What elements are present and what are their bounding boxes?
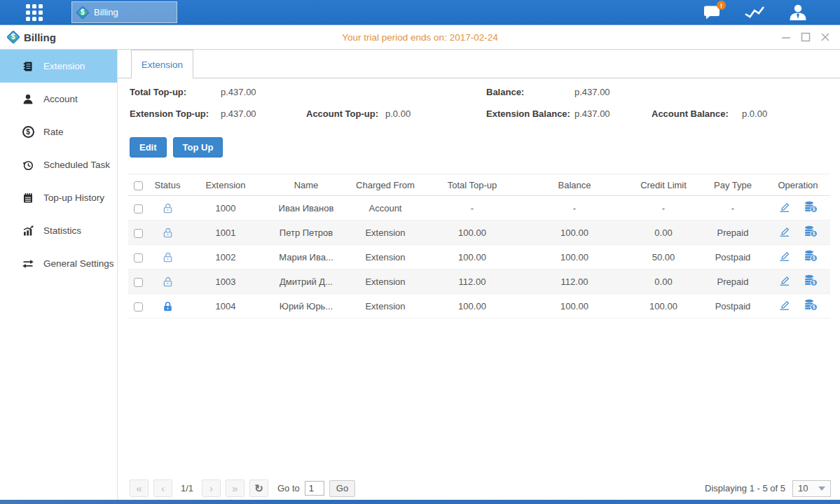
account-balance-value: p.0.00 [742,108,767,118]
trial-notice: Your trial period ends on: 2017-02-24 [0,32,840,43]
svg-text:$: $ [813,304,815,310]
sidebar-item-label: Scheduled Task [43,160,110,170]
transfer-arrows-icon [21,258,35,270]
sidebar-item-extension[interactable]: Extension [0,50,117,83]
cell-balance: 100.00 [522,245,627,270]
select-all-checkbox[interactable] [134,181,143,190]
cell-charged-from: Extension [348,220,422,245]
window-title: Billing [24,31,56,43]
cell-credit-limit: - [627,196,700,220]
sidebar-item-label: Account [43,94,78,104]
cell-total-topup: - [422,196,522,220]
cell-extension: 1002 [187,245,264,270]
top-up-coins-icon[interactable]: $ [799,250,822,264]
table-row[interactable]: 1004 Юрий Юрь... Extension 100.00 100.00… [128,294,830,318]
row-checkbox[interactable] [134,278,143,287]
cell-pay-type: Prepaid [700,270,766,294]
top-up-coins-icon[interactable]: $ [799,201,822,215]
sidebar: Extension Account Rate [0,50,118,500]
app-grid-icon[interactable] [26,4,43,21]
go-button[interactable]: Go [329,480,355,497]
activity-chart-icon[interactable] [744,5,765,20]
col-credit-limit: Credit Limit [627,174,700,196]
sidebar-item-topup-history[interactable]: Top-up History [0,181,117,214]
cell-charged-from: Extension [348,294,422,318]
messages-icon[interactable] [703,5,721,20]
edit-pencil-icon[interactable] [773,251,796,264]
row-checkbox[interactable] [134,253,143,262]
summary-row-1: Total Top-up: p.437.00 Balance: p.437.00 [118,80,840,102]
cell-total-topup: 100.00 [422,245,522,270]
history-clock-icon [21,159,35,172]
sidebar-item-label: General Settings [43,258,114,269]
main-content: Extension Total Top-up: p.437.00 Balance… [118,50,840,500]
col-status: Status [148,174,187,196]
goto-page-input[interactable] [305,481,324,496]
table-row[interactable]: 1002 Мария Ива... Extension 100.00 100.0… [128,245,830,270]
edit-pencil-icon[interactable] [773,275,796,288]
tab-bar: Extension [118,50,840,78]
table-row[interactable]: 1001 Петр Петров Extension 100.00 100.00… [128,220,830,245]
extension-topup-value: p.437.00 [221,108,256,118]
sidebar-item-general-settings[interactable]: General Settings [0,247,117,280]
sidebar-item-statistics[interactable]: Statistics [0,214,117,247]
summary-row-2: Extension Top-up: p.437.00 Account Top-u… [118,102,840,124]
sidebar-item-scheduled-task[interactable]: Scheduled Task [0,148,117,181]
cell-total-topup: 100.00 [422,220,522,245]
extensions-table: Status Extension Name Charged From Total… [128,174,830,318]
edit-pencil-icon[interactable] [773,202,796,215]
row-checkbox[interactable] [134,302,143,312]
desktop-edge-strip [0,500,840,504]
ledger-icon [21,60,35,73]
displaying-count: Displaying 1 - 5 of 5 [705,483,785,493]
col-operation: Operation [766,174,830,196]
tab-extension[interactable]: Extension [131,50,193,78]
page-indicator: 1/1 [177,483,197,493]
cell-name: Мария Ива... [264,245,348,270]
user-account-icon[interactable] [788,4,808,20]
window-titlebar: Billing Your trial period ends on: 2017-… [0,25,840,50]
sidebar-item-rate[interactable]: Rate [0,115,117,148]
top-up-coins-icon[interactable]: $ [799,225,822,239]
close-icon[interactable] [819,31,831,43]
table-row[interactable]: 1003 Дмитрий Д... Extension 112.00 112.0… [128,270,830,294]
chevron-down-icon [818,486,825,491]
edit-pencil-icon[interactable] [773,226,796,239]
row-checkbox[interactable] [134,229,143,238]
bar-chart-icon [21,225,35,237]
top-up-coins-icon[interactable]: $ [799,299,822,313]
cell-name: Петр Петров [264,220,348,245]
minimize-icon[interactable] [780,31,792,43]
cell-charged-from: Account [348,196,422,220]
cell-balance: 100.00 [522,220,627,245]
cell-name: Иван Иванов [264,196,348,220]
refresh-icon[interactable]: ↻ [249,479,268,497]
sidebar-item-label: Top-up History [43,192,104,203]
cell-pay-type: Prepaid [700,220,766,245]
page-size-select[interactable]: 10 [792,480,831,497]
top-up-button[interactable]: Top Up [173,137,223,158]
maximize-icon[interactable] [799,31,811,43]
col-name: Name [264,174,348,196]
cell-credit-limit: 0.00 [627,220,700,245]
taskbar-billing-tab[interactable]: Billing [71,1,177,23]
billing-dollar-diamond-icon [76,6,90,20]
cell-balance: - [522,196,627,220]
row-checkbox[interactable] [134,204,143,214]
edit-pencil-icon[interactable] [773,300,796,313]
last-page-button[interactable]: » [226,479,245,497]
prev-page-button[interactable]: ‹ [153,479,172,497]
top-up-coins-icon[interactable]: $ [799,274,822,288]
lock-status-icon [162,300,174,310]
cell-total-topup: 100.00 [422,294,522,318]
taskbar: Billing [0,0,840,25]
pagination-right: Displaying 1 - 5 of 5 10 [705,480,831,497]
pagination-bar: « ‹ 1/1 › » ↻ Go to Go Displaying 1 - 5 … [130,479,831,498]
cell-total-topup: 112.00 [422,270,522,294]
table-row[interactable]: 1000 Иван Иванов Account - - - - $ [128,196,830,220]
sidebar-item-account[interactable]: Account [0,83,117,115]
cell-extension: 1003 [187,270,264,294]
edit-button[interactable]: Edit [130,137,167,158]
next-page-button[interactable]: › [202,479,221,497]
first-page-button[interactable]: « [130,479,149,497]
